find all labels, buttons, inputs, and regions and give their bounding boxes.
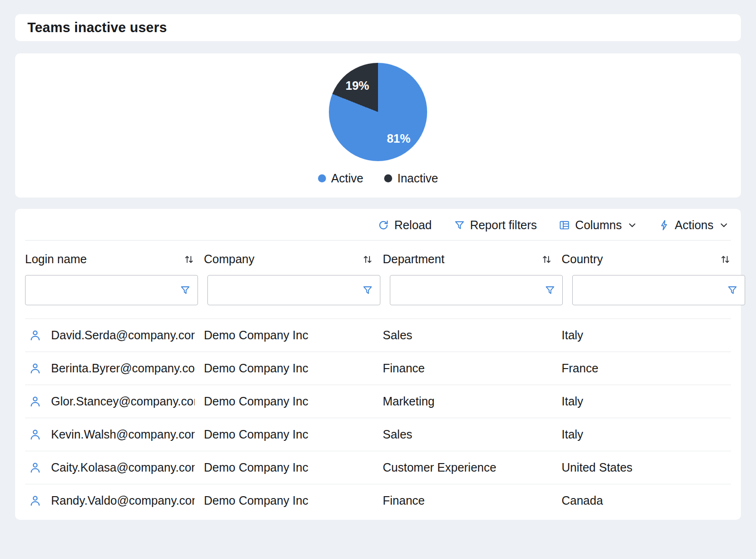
user-icon — [25, 362, 42, 375]
cell-country: Italy — [562, 328, 731, 342]
report-filters-label: Report filters — [470, 218, 537, 232]
filter-funnel-icon[interactable] — [180, 284, 191, 296]
sort-icon[interactable] — [541, 254, 552, 265]
column-header-company: Company — [204, 252, 374, 266]
chevron-down-icon — [628, 221, 636, 230]
cell-login-name: Caity.Kolasa@company.com — [51, 461, 195, 474]
legend-dot-inactive — [384, 174, 392, 182]
cell-company: Demo Company Inc — [204, 461, 374, 474]
columns-label: Columns — [575, 218, 622, 232]
legend-label-active: Active — [331, 172, 363, 185]
legend-label-inactive: Inactive — [397, 172, 438, 185]
cell-company: Demo Company Inc — [204, 428, 374, 441]
funnel-icon — [454, 219, 465, 231]
sort-icon[interactable] — [183, 254, 195, 265]
table-body: David.Serda@company.com Demo Company Inc… — [25, 318, 731, 517]
cell-country: Italy — [562, 428, 731, 441]
user-icon — [25, 428, 42, 441]
cell-login-name: Glor.Stancey@company.com — [51, 395, 195, 408]
reload-label: Reload — [394, 218, 431, 232]
table-row[interactable]: Caity.Kolasa@company.com Demo Company In… — [25, 451, 731, 484]
cell-department: Finance — [383, 361, 552, 375]
cell-department: Sales — [383, 328, 552, 342]
column-header-label: Country — [562, 252, 603, 266]
filter-box-country — [572, 275, 745, 305]
column-header-label: Login name — [25, 252, 87, 266]
table-header-row: Login name Company Department Country — [25, 241, 731, 275]
columns-button[interactable]: Columns — [558, 218, 636, 232]
report-table-card: Reload Report filters Columns Actions — [15, 209, 741, 520]
filter-box-company — [207, 275, 380, 305]
table-row[interactable]: Kevin.Walsh@company.com Demo Company Inc… — [25, 418, 731, 451]
table-row[interactable]: David.Serda@company.com Demo Company Inc… — [25, 318, 731, 352]
reload-icon — [378, 219, 389, 231]
cell-login-name: Randy.Valdo@company.com — [51, 494, 195, 507]
page-header: Teams inactive users — [15, 14, 741, 41]
cell-country: United States — [562, 461, 731, 474]
cell-department: Sales — [383, 428, 552, 441]
filter-box-login-name — [25, 275, 198, 305]
table-row[interactable]: Glor.Stancey@company.com Demo Company In… — [25, 385, 731, 418]
user-icon — [25, 461, 42, 474]
column-header-label: Company — [204, 252, 255, 266]
actions-button[interactable]: Actions — [658, 218, 728, 232]
table-toolbar: Reload Report filters Columns Actions — [25, 209, 731, 241]
actions-label: Actions — [675, 218, 713, 232]
chart-card: 19% 81% Active Inactive — [15, 53, 741, 198]
reload-button[interactable]: Reload — [378, 218, 431, 232]
cell-country: Canada — [562, 494, 731, 507]
chart-legend: Active Inactive — [318, 172, 438, 185]
column-header-label: Department — [383, 252, 445, 266]
user-icon — [25, 395, 42, 408]
column-header-country: Country — [562, 252, 731, 266]
report-filters-button[interactable]: Report filters — [454, 218, 537, 232]
filter-funnel-icon[interactable] — [544, 284, 556, 296]
table-filter-row — [25, 275, 731, 318]
user-icon — [25, 329, 42, 342]
pie-slice-label-inactive: 19% — [345, 78, 369, 92]
lightning-icon — [658, 219, 670, 231]
cell-login-name: Kevin.Walsh@company.com — [51, 428, 195, 441]
pie-slice-label-active: 81% — [387, 132, 411, 146]
table-row[interactable]: Berinta.Byrer@company.com Demo Company I… — [25, 352, 731, 385]
cell-login-name: David.Serda@company.com — [51, 328, 195, 342]
page-title: Teams inactive users — [27, 20, 729, 35]
legend-item-inactive[interactable]: Inactive — [384, 172, 438, 185]
user-icon — [25, 494, 42, 507]
column-header-department: Department — [383, 252, 552, 266]
cell-company: Demo Company Inc — [204, 328, 374, 342]
cell-department: Finance — [383, 494, 552, 507]
table-row[interactable]: Randy.Valdo@company.com Demo Company Inc… — [25, 484, 731, 517]
filter-input-department[interactable] — [396, 283, 544, 297]
cell-company: Demo Company Inc — [204, 395, 374, 408]
filter-input-login-name[interactable] — [31, 283, 180, 297]
cell-department: Customer Experience — [383, 461, 552, 474]
filter-box-department — [390, 275, 563, 305]
cell-company: Demo Company Inc — [204, 494, 374, 507]
cell-login-name: Berinta.Byrer@company.com — [51, 361, 195, 375]
filter-input-country[interactable] — [578, 283, 727, 297]
cell-department: Marketing — [383, 395, 552, 408]
sort-icon[interactable] — [720, 254, 731, 265]
columns-icon — [558, 219, 570, 231]
legend-item-active[interactable]: Active — [318, 172, 363, 185]
pie-chart: 19% 81% — [329, 63, 427, 161]
cell-country: France — [562, 361, 731, 375]
sort-icon[interactable] — [362, 254, 373, 265]
legend-dot-active — [318, 174, 326, 182]
filter-funnel-icon[interactable] — [362, 284, 373, 296]
filter-input-company[interactable] — [214, 283, 362, 297]
cell-country: Italy — [562, 395, 731, 408]
cell-company: Demo Company Inc — [204, 361, 374, 375]
column-header-login-name: Login name — [25, 252, 195, 266]
chevron-down-icon — [720, 221, 728, 230]
filter-funnel-icon[interactable] — [727, 284, 738, 296]
